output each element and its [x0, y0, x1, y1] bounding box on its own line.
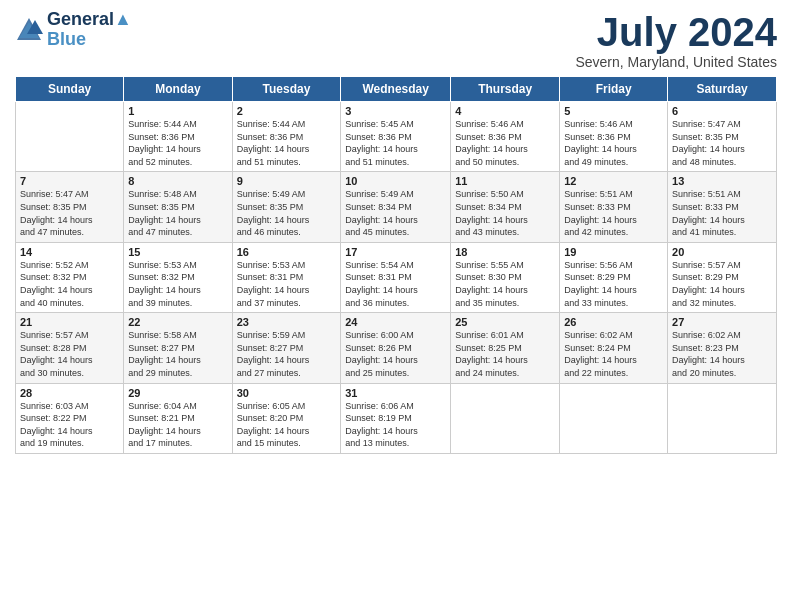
calendar-table: Sunday Monday Tuesday Wednesday Thursday…	[15, 76, 777, 454]
day-number: 27	[672, 316, 772, 328]
calendar-cell: 22Sunrise: 5:58 AM Sunset: 8:27 PM Dayli…	[124, 313, 232, 383]
day-number: 15	[128, 246, 227, 258]
col-tuesday: Tuesday	[232, 77, 341, 102]
day-number: 29	[128, 387, 227, 399]
calendar-cell: 17Sunrise: 5:54 AM Sunset: 8:31 PM Dayli…	[341, 242, 451, 312]
col-saturday: Saturday	[668, 77, 777, 102]
day-number: 28	[20, 387, 119, 399]
day-number: 6	[672, 105, 772, 117]
logo-icon	[15, 16, 43, 44]
day-number: 11	[455, 175, 555, 187]
day-number: 23	[237, 316, 337, 328]
day-info: Sunrise: 5:59 AM Sunset: 8:27 PM Dayligh…	[237, 329, 337, 379]
day-info: Sunrise: 6:04 AM Sunset: 8:21 PM Dayligh…	[128, 400, 227, 450]
calendar-cell: 7Sunrise: 5:47 AM Sunset: 8:35 PM Daylig…	[16, 172, 124, 242]
calendar-cell: 21Sunrise: 5:57 AM Sunset: 8:28 PM Dayli…	[16, 313, 124, 383]
day-info: Sunrise: 5:51 AM Sunset: 8:33 PM Dayligh…	[564, 188, 663, 238]
day-info: Sunrise: 5:46 AM Sunset: 8:36 PM Dayligh…	[564, 118, 663, 168]
day-number: 13	[672, 175, 772, 187]
day-info: Sunrise: 5:49 AM Sunset: 8:34 PM Dayligh…	[345, 188, 446, 238]
day-info: Sunrise: 5:49 AM Sunset: 8:35 PM Dayligh…	[237, 188, 337, 238]
calendar-cell	[16, 102, 124, 172]
calendar-header-row: Sunday Monday Tuesday Wednesday Thursday…	[16, 77, 777, 102]
day-info: Sunrise: 5:51 AM Sunset: 8:33 PM Dayligh…	[672, 188, 772, 238]
day-info: Sunrise: 5:53 AM Sunset: 8:32 PM Dayligh…	[128, 259, 227, 309]
calendar-cell: 20Sunrise: 5:57 AM Sunset: 8:29 PM Dayli…	[668, 242, 777, 312]
day-info: Sunrise: 5:52 AM Sunset: 8:32 PM Dayligh…	[20, 259, 119, 309]
day-info: Sunrise: 5:57 AM Sunset: 8:29 PM Dayligh…	[672, 259, 772, 309]
header: General▲Blue July 2024 Severn, Maryland,…	[15, 10, 777, 70]
day-info: Sunrise: 5:56 AM Sunset: 8:29 PM Dayligh…	[564, 259, 663, 309]
calendar-cell: 24Sunrise: 6:00 AM Sunset: 8:26 PM Dayli…	[341, 313, 451, 383]
day-number: 17	[345, 246, 446, 258]
day-number: 22	[128, 316, 227, 328]
calendar-week-row: 28Sunrise: 6:03 AM Sunset: 8:22 PM Dayli…	[16, 383, 777, 453]
day-info: Sunrise: 5:44 AM Sunset: 8:36 PM Dayligh…	[128, 118, 227, 168]
calendar-cell: 16Sunrise: 5:53 AM Sunset: 8:31 PM Dayli…	[232, 242, 341, 312]
page: General▲Blue July 2024 Severn, Maryland,…	[0, 0, 792, 612]
col-wednesday: Wednesday	[341, 77, 451, 102]
day-info: Sunrise: 5:47 AM Sunset: 8:35 PM Dayligh…	[20, 188, 119, 238]
day-info: Sunrise: 5:57 AM Sunset: 8:28 PM Dayligh…	[20, 329, 119, 379]
day-number: 24	[345, 316, 446, 328]
day-number: 2	[237, 105, 337, 117]
day-info: Sunrise: 6:01 AM Sunset: 8:25 PM Dayligh…	[455, 329, 555, 379]
day-info: Sunrise: 5:46 AM Sunset: 8:36 PM Dayligh…	[455, 118, 555, 168]
calendar-week-row: 14Sunrise: 5:52 AM Sunset: 8:32 PM Dayli…	[16, 242, 777, 312]
calendar-cell: 25Sunrise: 6:01 AM Sunset: 8:25 PM Dayli…	[451, 313, 560, 383]
col-friday: Friday	[560, 77, 668, 102]
calendar-cell: 18Sunrise: 5:55 AM Sunset: 8:30 PM Dayli…	[451, 242, 560, 312]
day-number: 26	[564, 316, 663, 328]
calendar-cell: 2Sunrise: 5:44 AM Sunset: 8:36 PM Daylig…	[232, 102, 341, 172]
title-block: July 2024 Severn, Maryland, United State…	[575, 10, 777, 70]
day-info: Sunrise: 6:03 AM Sunset: 8:22 PM Dayligh…	[20, 400, 119, 450]
calendar-cell: 30Sunrise: 6:05 AM Sunset: 8:20 PM Dayli…	[232, 383, 341, 453]
calendar-cell: 26Sunrise: 6:02 AM Sunset: 8:24 PM Dayli…	[560, 313, 668, 383]
day-info: Sunrise: 5:58 AM Sunset: 8:27 PM Dayligh…	[128, 329, 227, 379]
day-number: 7	[20, 175, 119, 187]
day-number: 8	[128, 175, 227, 187]
day-info: Sunrise: 6:02 AM Sunset: 8:24 PM Dayligh…	[564, 329, 663, 379]
calendar-cell: 4Sunrise: 5:46 AM Sunset: 8:36 PM Daylig…	[451, 102, 560, 172]
day-number: 3	[345, 105, 446, 117]
day-number: 9	[237, 175, 337, 187]
calendar-cell: 1Sunrise: 5:44 AM Sunset: 8:36 PM Daylig…	[124, 102, 232, 172]
calendar-cell: 15Sunrise: 5:53 AM Sunset: 8:32 PM Dayli…	[124, 242, 232, 312]
calendar-cell: 27Sunrise: 6:02 AM Sunset: 8:23 PM Dayli…	[668, 313, 777, 383]
calendar-week-row: 1Sunrise: 5:44 AM Sunset: 8:36 PM Daylig…	[16, 102, 777, 172]
calendar-cell: 31Sunrise: 6:06 AM Sunset: 8:19 PM Dayli…	[341, 383, 451, 453]
logo-text: General▲Blue	[47, 10, 132, 50]
day-number: 14	[20, 246, 119, 258]
day-info: Sunrise: 6:00 AM Sunset: 8:26 PM Dayligh…	[345, 329, 446, 379]
day-info: Sunrise: 5:48 AM Sunset: 8:35 PM Dayligh…	[128, 188, 227, 238]
calendar-cell: 5Sunrise: 5:46 AM Sunset: 8:36 PM Daylig…	[560, 102, 668, 172]
month-year: July 2024	[575, 10, 777, 54]
col-thursday: Thursday	[451, 77, 560, 102]
calendar-cell: 29Sunrise: 6:04 AM Sunset: 8:21 PM Dayli…	[124, 383, 232, 453]
day-number: 21	[20, 316, 119, 328]
day-info: Sunrise: 5:45 AM Sunset: 8:36 PM Dayligh…	[345, 118, 446, 168]
calendar-cell: 13Sunrise: 5:51 AM Sunset: 8:33 PM Dayli…	[668, 172, 777, 242]
calendar-cell: 9Sunrise: 5:49 AM Sunset: 8:35 PM Daylig…	[232, 172, 341, 242]
day-info: Sunrise: 5:50 AM Sunset: 8:34 PM Dayligh…	[455, 188, 555, 238]
day-info: Sunrise: 5:44 AM Sunset: 8:36 PM Dayligh…	[237, 118, 337, 168]
day-number: 20	[672, 246, 772, 258]
day-number: 10	[345, 175, 446, 187]
day-number: 25	[455, 316, 555, 328]
day-info: Sunrise: 6:02 AM Sunset: 8:23 PM Dayligh…	[672, 329, 772, 379]
calendar-cell: 23Sunrise: 5:59 AM Sunset: 8:27 PM Dayli…	[232, 313, 341, 383]
calendar-cell: 8Sunrise: 5:48 AM Sunset: 8:35 PM Daylig…	[124, 172, 232, 242]
day-info: Sunrise: 6:05 AM Sunset: 8:20 PM Dayligh…	[237, 400, 337, 450]
calendar-week-row: 21Sunrise: 5:57 AM Sunset: 8:28 PM Dayli…	[16, 313, 777, 383]
col-sunday: Sunday	[16, 77, 124, 102]
logo: General▲Blue	[15, 10, 132, 50]
day-info: Sunrise: 5:53 AM Sunset: 8:31 PM Dayligh…	[237, 259, 337, 309]
day-number: 5	[564, 105, 663, 117]
calendar-cell: 3Sunrise: 5:45 AM Sunset: 8:36 PM Daylig…	[341, 102, 451, 172]
day-info: Sunrise: 5:47 AM Sunset: 8:35 PM Dayligh…	[672, 118, 772, 168]
day-number: 1	[128, 105, 227, 117]
calendar-cell: 28Sunrise: 6:03 AM Sunset: 8:22 PM Dayli…	[16, 383, 124, 453]
day-info: Sunrise: 5:55 AM Sunset: 8:30 PM Dayligh…	[455, 259, 555, 309]
calendar-cell	[668, 383, 777, 453]
day-info: Sunrise: 6:06 AM Sunset: 8:19 PM Dayligh…	[345, 400, 446, 450]
